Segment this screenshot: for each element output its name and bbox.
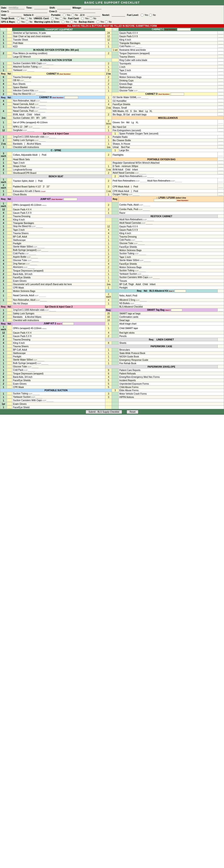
nextel-input[interactable] xyxy=(111,13,125,17)
right-nd-38[interactable] xyxy=(218,172,223,174)
time-input[interactable] xyxy=(34,6,48,9)
right-nd-22[interactable] xyxy=(218,103,223,105)
nd-input-56[interactable] xyxy=(8,259,11,262)
right-nd-70[interactable] xyxy=(218,309,223,311)
nd-input-24[interactable] xyxy=(8,126,11,128)
nd-input-66[interactable] xyxy=(8,294,11,297)
stb2-exp[interactable] xyxy=(36,225,43,228)
right-nd-34[interactable] xyxy=(218,158,223,161)
right-nd-15[interactable] xyxy=(218,79,223,82)
nd-input-21[interactable] xyxy=(8,113,11,116)
anr-rs-exp[interactable] xyxy=(147,218,154,221)
stb-exp[interactable] xyxy=(36,93,43,95)
nd-input-32[interactable] xyxy=(8,162,11,164)
st-rs-exp[interactable] xyxy=(139,252,146,255)
nd-input-3[interactable] xyxy=(8,38,11,41)
gt-rs-exp[interactable] xyxy=(138,242,145,245)
nd-input-39[interactable] xyxy=(8,193,11,196)
nd-input-58[interactable] xyxy=(8,266,11,269)
right-nd-29[interactable] xyxy=(218,136,223,138)
right-nd-30[interactable] xyxy=(218,139,223,142)
submit-button[interactable]: Submit - BLS Supply Checklist xyxy=(86,410,122,414)
right-nd-6[interactable] xyxy=(218,49,223,51)
portable-yes[interactable] xyxy=(63,13,66,17)
right-nd-19[interactable] xyxy=(218,93,223,95)
right-nd-18[interactable] xyxy=(218,90,223,92)
nd-input-74[interactable] xyxy=(8,332,11,334)
right-nd-16[interactable] xyxy=(218,83,223,85)
anr2-exp[interactable] xyxy=(175,180,182,182)
nd-input-49[interactable] xyxy=(8,236,11,238)
nd-input-81[interactable] xyxy=(8,355,11,358)
nc-adult-exp[interactable] xyxy=(39,103,46,105)
nr-adult-exp[interactable] xyxy=(40,100,47,102)
nd-input-67[interactable] xyxy=(8,299,11,302)
st2-exp[interactable] xyxy=(33,393,40,395)
nd-input-54[interactable] xyxy=(8,252,11,255)
nd-input-14[interactable] xyxy=(8,86,11,89)
pnr-exp[interactable] xyxy=(140,180,147,182)
right-nd-23[interactable] xyxy=(218,106,223,109)
crew2-input[interactable] xyxy=(59,10,95,13)
nd-input-20[interactable] xyxy=(8,110,11,113)
right-nd-33[interactable] xyxy=(218,154,223,156)
nd-input-89[interactable] xyxy=(8,382,11,385)
right-nd-31[interactable] xyxy=(218,143,223,145)
nd-input-42[interactable] xyxy=(8,212,11,214)
anc-exp[interactable] xyxy=(139,172,146,174)
bs2-exp[interactable] xyxy=(41,362,48,365)
nd-input-51[interactable] xyxy=(8,242,11,245)
nd-input-90[interactable] xyxy=(8,386,11,389)
nd-input-2[interactable] xyxy=(8,35,11,38)
sw2-exp[interactable] xyxy=(38,359,44,361)
nd-input-70[interactable] xyxy=(8,312,11,315)
nd-input-7[interactable] xyxy=(8,56,11,58)
nd-input-64[interactable] xyxy=(8,286,11,289)
adr2-exp[interactable] xyxy=(49,309,56,311)
nd-input-84[interactable] xyxy=(8,366,11,368)
nd-input-77[interactable] xyxy=(8,342,11,344)
nd-input-87[interactable] xyxy=(8,376,11,378)
glucose-exp[interactable] xyxy=(138,90,145,92)
nd-input-19[interactable] xyxy=(8,106,11,109)
cold-packs-exp[interactable] xyxy=(135,45,142,48)
nd-input-85[interactable] xyxy=(8,369,11,371)
anr-exp[interactable] xyxy=(147,175,154,178)
umass-radio[interactable]: Yes No xyxy=(51,17,66,20)
nd-input-52[interactable] xyxy=(8,246,11,248)
gps-no[interactable] xyxy=(26,21,29,23)
ns-exp[interactable] xyxy=(134,302,141,305)
bls-seal-input[interactable] xyxy=(174,290,186,292)
bs-exp[interactable] xyxy=(41,249,48,252)
npa-exp[interactable] xyxy=(33,126,40,128)
sw-exp[interactable] xyxy=(38,246,44,248)
adrenalin-exp[interactable] xyxy=(49,136,56,138)
toughbook-radio[interactable]: Yes No xyxy=(17,17,32,20)
ic-exp[interactable] xyxy=(39,90,45,92)
nd-input-94[interactable] xyxy=(8,403,11,405)
atom-exp[interactable] xyxy=(28,266,35,269)
nd-input-31[interactable] xyxy=(8,158,11,161)
wls-no[interactable] xyxy=(70,21,73,23)
nd-input-5[interactable] xyxy=(8,45,11,48)
right-nd-27[interactable] xyxy=(218,126,223,128)
scc-rs-exp[interactable] xyxy=(153,276,160,279)
nd-input-6[interactable] xyxy=(8,52,11,55)
nd-input-27[interactable] xyxy=(8,139,11,142)
nd-input-16[interactable] xyxy=(8,93,11,95)
unit-input[interactable] xyxy=(8,13,22,17)
right-nd-41[interactable] xyxy=(218,190,223,192)
ba-yes[interactable] xyxy=(96,21,99,23)
right-nd-5[interactable] xyxy=(218,45,223,48)
right-nd-26[interactable] xyxy=(218,121,223,124)
o2-500-exp[interactable] xyxy=(141,96,148,99)
nd-input-41[interactable] xyxy=(8,208,11,211)
sc-rs-exp[interactable] xyxy=(139,270,146,272)
right-nd-9[interactable] xyxy=(218,59,223,61)
fc-yes[interactable] xyxy=(81,17,84,20)
right-nd-11[interactable] xyxy=(218,66,223,68)
nd-input-15[interactable] xyxy=(8,90,11,92)
nd-input-59[interactable] xyxy=(8,270,11,272)
date-input[interactable] xyxy=(9,6,25,9)
right-nd-14[interactable] xyxy=(218,76,223,79)
